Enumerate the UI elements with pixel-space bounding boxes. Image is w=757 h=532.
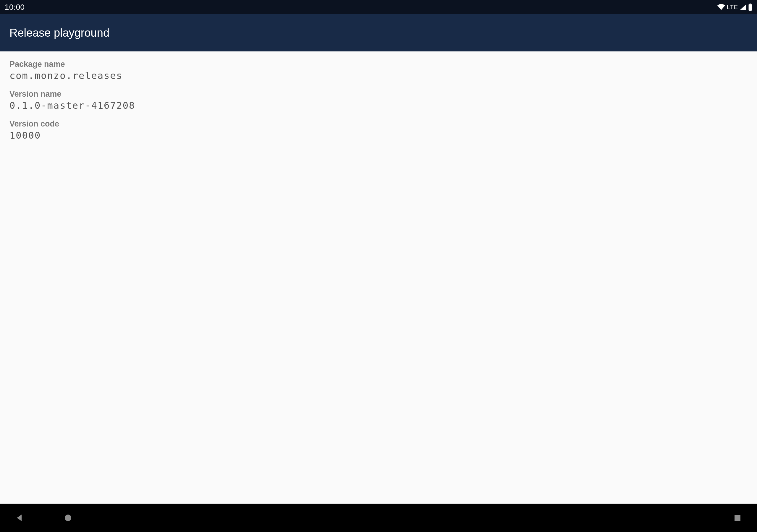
app-bar: Release playground xyxy=(0,14,757,51)
content-area: Package name com.monzo.releases Version … xyxy=(0,51,757,504)
field-value: 10000 xyxy=(10,130,747,141)
cellular-signal-icon xyxy=(740,4,746,10)
home-button[interactable] xyxy=(63,513,73,523)
svg-rect-1 xyxy=(749,4,752,11)
field-label: Package name xyxy=(10,60,747,69)
field-value: com.monzo.releases xyxy=(10,70,747,81)
home-circle-icon xyxy=(64,514,72,522)
svg-rect-3 xyxy=(735,515,741,521)
recents-button[interactable] xyxy=(732,513,743,523)
status-bar: 10:00 LTE xyxy=(0,0,757,14)
navigation-bar xyxy=(0,504,757,532)
field-version-code: Version code 10000 xyxy=(10,119,747,141)
svg-rect-0 xyxy=(750,4,751,4)
field-package-name: Package name com.monzo.releases xyxy=(10,60,747,81)
status-time: 10:00 xyxy=(5,3,25,12)
battery-icon xyxy=(748,4,752,11)
page-title: Release playground xyxy=(10,27,109,39)
network-type-label: LTE xyxy=(727,4,738,11)
back-triangle-icon xyxy=(15,514,24,522)
field-label: Version name xyxy=(10,90,747,99)
field-label: Version code xyxy=(10,119,747,129)
recents-square-icon xyxy=(734,514,741,522)
wifi-icon xyxy=(717,4,725,10)
status-right-cluster: LTE xyxy=(717,4,752,11)
svg-point-2 xyxy=(65,515,71,521)
back-button[interactable] xyxy=(14,513,25,523)
field-version-name: Version name 0.1.0-master-4167208 xyxy=(10,90,747,111)
field-value: 0.1.0-master-4167208 xyxy=(10,100,747,111)
